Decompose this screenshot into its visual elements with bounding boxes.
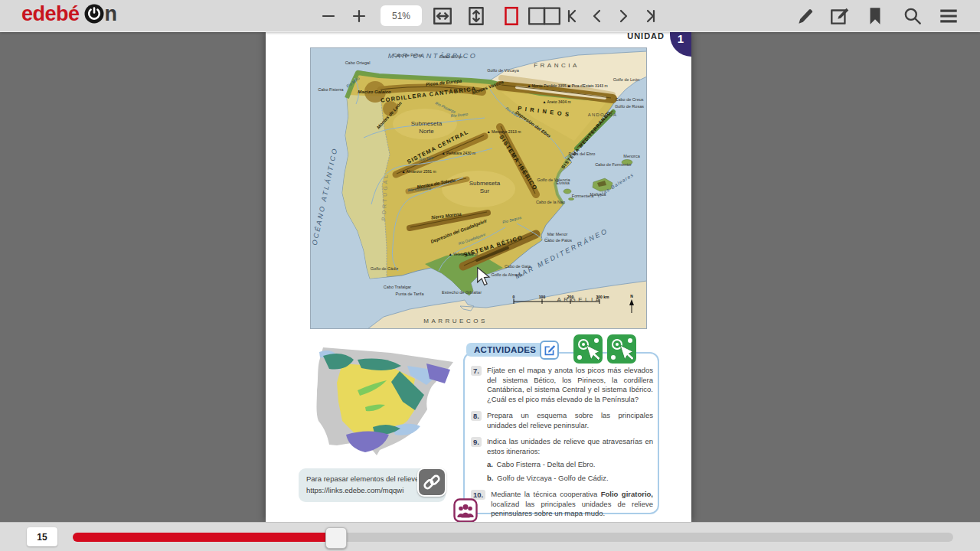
- previous-page-button[interactable]: [588, 0, 608, 31]
- map-label: Menorca: [623, 154, 640, 158]
- activity-item: 9.Indica las unidades de relieve que atr…: [471, 437, 653, 483]
- progress-slider-handle[interactable]: [325, 527, 347, 549]
- activity-item: 8.Prepara un esquema sobre las principal…: [471, 411, 653, 430]
- map-label: Delta del Ebro: [569, 152, 596, 156]
- link-button[interactable]: [417, 468, 446, 497]
- activity-item: 10.Mediante la técnica cooperativa Folio…: [471, 490, 653, 519]
- fit-height-button[interactable]: [465, 0, 488, 31]
- bookmark-button[interactable]: [864, 0, 887, 31]
- map-label: Golfo de Cádiz: [371, 266, 399, 271]
- toolbar: edebén 51%: [0, 0, 980, 31]
- notes-tool-button[interactable]: [827, 0, 853, 31]
- map-label: Punta de Tarifa: [396, 292, 425, 296]
- interactive-activity-button-1[interactable]: [573, 334, 603, 364]
- activity-text: Mediante la técnica cooperativa Folio gi…: [491, 490, 653, 519]
- page-number-box[interactable]: 15: [27, 527, 57, 546]
- map-label: ▲ Aneto 3404 m: [542, 99, 570, 104]
- map-label: 0: [513, 295, 515, 299]
- activity-number: 8.: [471, 411, 482, 421]
- map-label: N: [630, 294, 633, 298]
- app-logo[interactable]: edebén: [21, 2, 117, 29]
- map-label: Cabo Trafalgar: [384, 285, 412, 289]
- activity-item: 7.Fíjate en el mapa y anota los picos má…: [471, 366, 653, 404]
- map-label: Norte: [419, 128, 434, 135]
- map-label: ▲ Moncayo 2313 m: [487, 129, 521, 134]
- relief-map: MAR CANTÁBRICOOCÉANO ATLÁNTICOMAR MEDITE…: [310, 47, 647, 329]
- single-page-view-button[interactable]: [500, 0, 523, 31]
- progress-slider-track[interactable]: [73, 533, 953, 542]
- bottom-bar: 15: [0, 522, 980, 551]
- menu-button[interactable]: [936, 0, 962, 31]
- map-label: Cabo de Peñas: [394, 53, 423, 57]
- first-page-button[interactable]: [563, 0, 583, 31]
- activities-list: 7.Fíjate en el mapa y anota los picos má…: [471, 366, 653, 519]
- activity-text: Fíjate en el mapa y anota los picos más …: [487, 366, 653, 404]
- map-label: Submeseta: [411, 120, 443, 127]
- map-label: Cabo de Palos: [544, 238, 572, 243]
- document-page: UNIDAD 1: [266, 31, 691, 522]
- map-label: Cabo de Creus: [616, 97, 644, 102]
- map-label: Cabo Fisterra: [318, 87, 344, 92]
- relief-units-map: [300, 337, 469, 467]
- map-label: 100: [539, 295, 546, 299]
- activities-edit-icon[interactable]: [540, 341, 559, 360]
- map-label: Golfo de León: [613, 77, 640, 82]
- next-page-button[interactable]: [612, 0, 632, 31]
- activity-text: Indica las unidades de relieve que atrav…: [487, 437, 653, 483]
- map-label: 200: [567, 295, 574, 299]
- unit-label: UNIDAD: [614, 31, 665, 41]
- map-label: Golfo de Almería: [492, 272, 524, 277]
- map-label: Cabo Ortegal: [345, 60, 371, 65]
- map-label: Sur: [480, 187, 490, 194]
- activity-subitem: b. Golfo de Vizcaya - Golfo de Cádiz.: [487, 474, 653, 484]
- interactive-activity-button-2[interactable]: [607, 334, 636, 364]
- zoom-out-button[interactable]: [318, 0, 338, 31]
- logo-text-red: edebé: [21, 2, 80, 25]
- last-page-button[interactable]: [640, 0, 660, 31]
- viewer-area: UNIDAD 1: [0, 31, 980, 522]
- draw-tool-button[interactable]: [793, 0, 818, 31]
- map-label: ▲ Peñalara 2430 m: [442, 151, 475, 155]
- map-label: Mar Menor: [547, 232, 568, 236]
- power-icon: [84, 4, 104, 29]
- map-label: Cabo de Gata: [505, 264, 531, 269]
- map-label: ▲ Monte Perdido 3355 m: [528, 83, 571, 88]
- activity-text: Prepara un esquema sobre las principales…: [487, 411, 653, 430]
- activity-subitem: a. Cabo Fisterra - Delta del Ebro.: [487, 460, 653, 470]
- map-label: Cabo de la Nao: [536, 200, 565, 204]
- map-label: Submeseta: [469, 180, 501, 187]
- map-label: ▲ Almanzor 2591 m: [401, 169, 436, 174]
- double-page-view-button[interactable]: [526, 0, 563, 31]
- search-button[interactable]: [900, 0, 925, 31]
- map-label: Golfo de Valencia: [537, 178, 570, 182]
- map-label: Macizo Galaico: [358, 90, 391, 94]
- logo-text-suffix: n: [105, 2, 117, 25]
- map-label: 300 km: [596, 295, 610, 299]
- map-label: MARRUECOS: [423, 318, 488, 324]
- map-label: Cabo de Ajo: [439, 54, 462, 59]
- progress-slider-fill: [73, 533, 332, 542]
- activities-header: ACTIVIDADES: [466, 343, 544, 357]
- zoom-level[interactable]: 51%: [381, 5, 422, 26]
- map-label: Golfo de Rosas: [615, 104, 644, 109]
- map-label: Cabo de Formentor: [595, 162, 632, 167]
- map-label: ▲ Pica d'Estats 3143 m: [567, 83, 607, 88]
- map-label: ▲ Veleta 3398 m: [449, 252, 478, 256]
- map-label: Estrecho de Gibraltar: [442, 290, 482, 295]
- cooperative-group-icon: [453, 498, 478, 523]
- map-label: Formentera: [572, 194, 594, 198]
- zoom-in-button[interactable]: [349, 0, 369, 31]
- unit-number-badge: 1: [670, 31, 691, 57]
- chain-link-icon: [422, 472, 442, 492]
- activity-number: 7.: [471, 366, 482, 376]
- map-label: FRANCIA: [534, 62, 580, 69]
- map-label: Golfo de Vizcaya: [487, 68, 519, 73]
- activity-number: 9.: [471, 437, 482, 447]
- fit-width-button[interactable]: [431, 0, 454, 31]
